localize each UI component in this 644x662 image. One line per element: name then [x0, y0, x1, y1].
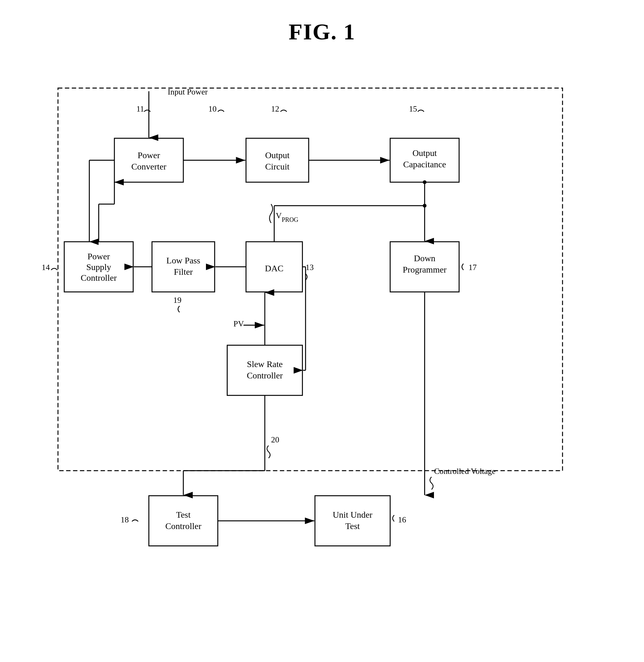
output-circuit-label2: Circuit [265, 162, 290, 171]
output-circuit-block [246, 138, 308, 182]
pv-label: PV [233, 319, 244, 328]
lpf-label1: Low Pass [166, 256, 200, 265]
ref-14-label: 14 [42, 263, 50, 272]
uut-label1: Unit Under [332, 510, 372, 520]
diagram: Power Converter Output Circuit Output Ca… [31, 63, 613, 643]
ref-16-label: 16 [398, 515, 406, 524]
ref-15-label: 15 [409, 104, 417, 113]
tc-label1: Test [176, 510, 190, 520]
output-capacitance-label2: Capacitance [403, 159, 446, 169]
ref-18-label: 18 [121, 515, 129, 524]
cv-squiggle [430, 477, 433, 490]
src-label1: Slew Rate [247, 359, 283, 369]
ref-10-label: 10 [208, 104, 217, 113]
ref15-squiggle [418, 110, 424, 112]
dac-label: DAC [265, 263, 283, 273]
vprog-label: VPROG [276, 211, 299, 223]
tc-label2: Controller [165, 521, 202, 531]
ref14-squiggle [51, 268, 57, 270]
ref18-squiggle [132, 520, 138, 522]
psc-label2: Supply [86, 262, 111, 272]
ref-20: 20 [271, 435, 279, 444]
psc-label3: Controller [80, 273, 117, 283]
src-label2: Controller [247, 371, 283, 380]
output-capacitance-label1: Output [413, 148, 437, 158]
ref-19-label: 19 [173, 295, 181, 305]
input-power-label: Input Power [167, 87, 208, 96]
ref17-squiggle [462, 264, 464, 270]
vprog-squiggle [270, 204, 273, 223]
unit-under-test-block [315, 495, 390, 546]
ref10-squiggle [218, 110, 224, 112]
controlled-voltage-label: Controlled Voltage [434, 467, 496, 476]
power-converter-block [114, 138, 183, 182]
uut-label2: Test [345, 521, 360, 531]
ref-17-label: 17 [468, 263, 477, 272]
power-converter-label2: Converter [131, 162, 167, 171]
ref16-squiggle [393, 515, 394, 522]
output-circuit-label1: Output [265, 150, 290, 160]
ref12-squiggle [281, 110, 287, 112]
page-title: FIG. 1 [0, 0, 644, 58]
ref-11-label: 11 [136, 104, 144, 113]
ref20-squiggle [267, 445, 270, 458]
psc-label1: Power [88, 251, 110, 261]
test-controller-block [149, 495, 218, 546]
ref-12-label: 12 [271, 104, 279, 113]
dp-label2: Programmer [403, 265, 447, 274]
ref-13-label: 13 [305, 263, 314, 272]
power-converter-label1: Power [138, 150, 160, 160]
junction-dot1 [422, 180, 427, 184]
lpf-label2: Filter [174, 267, 193, 277]
junction-dot2 [422, 204, 427, 208]
ref11-squiggle [144, 110, 151, 112]
dp-label1: Down [414, 253, 435, 263]
ref19-squiggle [178, 306, 180, 312]
